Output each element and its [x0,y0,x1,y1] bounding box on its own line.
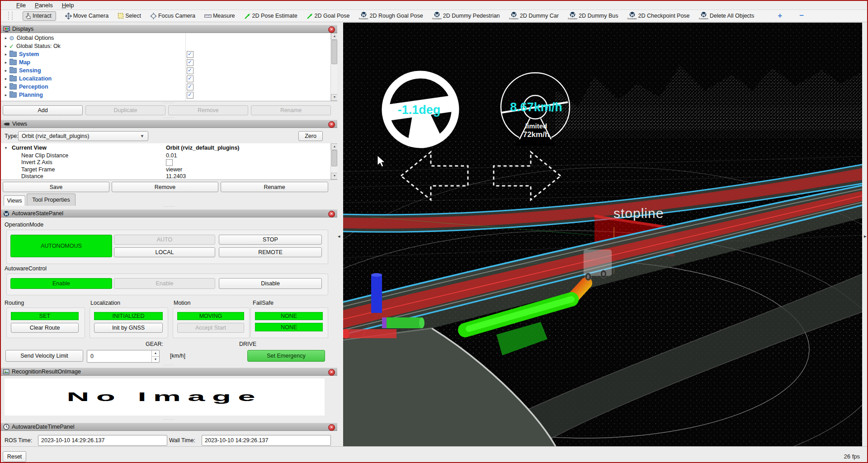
expander-icon[interactable]: ▸ [3,36,9,40]
tool-2d-pose-estimate[interactable]: 2D Pose Estimate [244,13,297,19]
close-icon[interactable]: ✕ [328,121,335,128]
menu-file[interactable]: File [13,1,29,9]
expander-icon[interactable]: ▸ [3,85,9,89]
expander-icon[interactable]: ▾ [3,146,9,150]
close-icon[interactable]: ✕ [328,26,335,33]
tool-measure[interactable]: Measure [204,13,235,19]
expander-icon[interactable]: ▸ [3,52,9,57]
close-icon[interactable]: ✕ [328,211,335,217]
recognition-panel-header[interactable]: RecognitionResultOnImage ✕ [1,368,337,376]
views-scrollbar[interactable]: ▲ ▼ [330,143,337,180]
tool-2d-dummy-pedestrian[interactable]: Autoware 2D Dummy Pedestrian [432,12,500,20]
remove-tool-button[interactable]: − [798,11,805,20]
expander-icon[interactable]: ▸ [3,60,9,65]
3d-viewport[interactable]: stopline -1.1deg 8.67km/h [343,23,862,446]
visibility-checkbox[interactable] [187,59,193,66]
zero-button[interactable]: Zero [298,131,323,141]
save-view-button[interactable]: Save [3,182,109,192]
tree-row-global-status[interactable]: ▸✓Global Status: Ok [1,42,337,50]
duplicate-display-button[interactable]: Duplicate [85,105,165,115]
tool-2d-goal-pose[interactable]: 2D Goal Pose [307,13,350,19]
expander-icon[interactable]: ▸ [3,68,9,73]
add-tool-button[interactable]: + [777,11,783,20]
tree-row-planning[interactable]: ▸Planning [1,91,337,99]
scroll-down-icon[interactable]: ▼ [331,94,337,101]
autoware-state-panel-header[interactable]: AutowareStatePanel ✕ [1,209,337,217]
displays-scrollbar[interactable]: ▲ ▼ [330,33,337,101]
stop-button[interactable]: STOP [219,235,322,245]
close-icon[interactable]: ✕ [328,424,335,431]
enable-button[interactable]: Enable [114,278,215,289]
scroll-up-icon[interactable]: ▲ [331,33,337,40]
visibility-checkbox[interactable] [187,92,193,99]
menu-help[interactable]: Help [58,1,78,9]
visibility-checkbox[interactable] [187,84,193,90]
tool-focus-camera[interactable]: Focus Camera [150,13,195,19]
collapse-right-icon[interactable]: ▸ [864,233,867,239]
splitter-handle[interactable]: ∙∙∙∙∙∙ [151,205,187,208]
current-view-row[interactable]: ▾ Current View Orbit (rviz_default_plugi… [1,144,337,151]
local-button[interactable]: LOCAL [114,247,215,257]
wall-time-field[interactable]: 2023-10-10 14:29:26.137 [202,435,331,446]
splitter-handle[interactable]: ∙∙∙∙∙∙ [151,418,187,421]
expander-icon[interactable]: ▸ [3,44,9,48]
autonomous-status-button[interactable]: AUTONOMOUS [10,235,112,257]
remote-button[interactable]: REMOTE [219,247,322,257]
tree-row-localization[interactable]: ▸Localization [1,75,337,83]
scroll-down-icon[interactable]: ▼ [331,173,337,180]
splitter-handle[interactable]: ∙∙∙∙∙∙ [151,117,187,119]
rename-view-button[interactable]: Rename [221,182,328,192]
tool-interact[interactable]: Interact [23,11,56,21]
tree-row-global-options[interactable]: ▸⚙Global Options [1,34,337,42]
tool-2d-rough-goal-pose[interactable]: Autoware 2D Rough Goal Pose [359,12,423,20]
tree-row-system[interactable]: ▸System [1,50,337,58]
rename-display-button[interactable]: Rename [251,105,331,115]
tool-2d-dummy-car[interactable]: Autoware 2D Dummy Car [509,12,559,20]
splitter-handle[interactable]: ∙∙∙∙∙∙ [151,364,187,367]
reset-button[interactable]: Reset [3,451,26,462]
tab-tool-properties[interactable]: Tool Properties [27,194,75,206]
scroll-up-icon[interactable]: ▲ [331,143,337,150]
expander-icon[interactable]: ▸ [3,93,9,97]
tool-delete-all-objects[interactable]: Autoware Delete All Objects [699,12,755,20]
init-by-gnss-button[interactable]: Init by GNSS [94,323,163,333]
visibility-checkbox[interactable] [187,76,193,82]
visibility-checkbox[interactable] [187,67,193,74]
datetime-panel-header[interactable]: AutowareDateTimePanel ✕ [1,423,337,431]
accept-start-button[interactable]: Accept Start [177,323,244,333]
tab-views[interactable]: Views [4,195,25,206]
ros-time-field[interactable]: 2023-10-10 14:29:26.137 [38,435,167,446]
tool-2d-checkpoint-pose[interactable]: Autoware 2D Checkpoint Pose [627,12,689,20]
close-icon[interactable]: ✕ [328,369,335,376]
property-row[interactable]: Invert Z Axis [1,159,337,166]
expander-icon[interactable]: ▸ [3,76,9,81]
displays-panel-header[interactable]: Displays ✕ [1,25,337,33]
disable-button[interactable]: Disable [219,278,322,289]
auto-button[interactable]: AUTO [114,235,215,245]
views-panel-header[interactable]: Views ✕ [1,120,337,128]
enable-status-button[interactable]: Enable [10,278,112,289]
splitter-handle[interactable]: ∙∙∙∙∙∙ [151,102,187,104]
remove-view-button[interactable]: Remove [112,182,218,192]
tool-2d-dummy-bus[interactable]: Autoware 2D Dummy Bus [568,12,618,20]
velocity-limit-spinbox[interactable]: 0 ▲▼ [87,350,160,363]
spinbox-arrows[interactable]: ▲▼ [151,350,159,362]
property-row[interactable]: Target Frame viewer [1,166,337,173]
view-type-select[interactable]: Orbit (rviz_default_plugins) ▼ [18,131,148,141]
toolbar-grip[interactable] [8,12,13,20]
tool-move-camera[interactable]: Move Camera [65,13,109,19]
collapse-left-icon[interactable]: ◂ [338,233,340,239]
add-display-button[interactable]: Add [3,105,83,115]
menu-panels[interactable]: Panels [31,1,57,9]
set-emergency-button[interactable]: Set Emergency [247,350,325,362]
clear-route-button[interactable]: Clear Route [11,323,79,333]
invert-z-checkbox[interactable] [166,159,173,166]
tree-row-map[interactable]: ▸Map [1,58,337,66]
tree-row-perception[interactable]: ▸Perception [1,83,337,91]
tool-select[interactable]: Select [118,13,141,19]
property-row[interactable]: Distance 11.2403 [1,173,337,180]
remove-display-button[interactable]: Remove [168,105,248,115]
send-velocity-limit-button[interactable]: Send Velocity Limit [5,350,83,362]
visibility-checkbox[interactable] [187,51,193,58]
tree-row-sensing[interactable]: ▸Sensing [1,66,337,75]
